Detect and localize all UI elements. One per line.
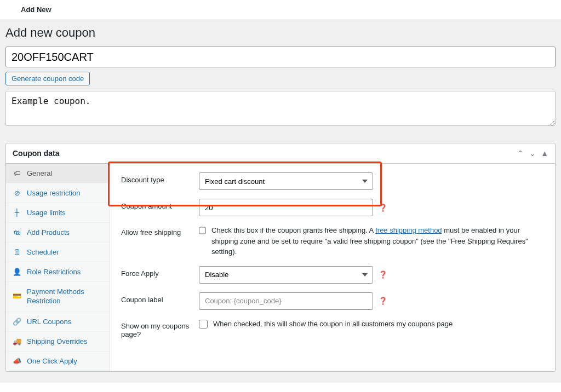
coupon-description-textarea[interactable] bbox=[5, 91, 556, 126]
help-icon[interactable]: ❓ bbox=[379, 203, 387, 212]
sidebar-item-label: Usage limits bbox=[27, 209, 66, 217]
free-shipping-method-link[interactable]: free shipping method bbox=[375, 226, 442, 234]
help-icon[interactable]: ❓ bbox=[379, 270, 387, 279]
calendar-icon: 🗓 bbox=[13, 248, 21, 256]
force-apply-label: Force Apply bbox=[121, 266, 199, 278]
sidebar-item-label: Shipping Overrides bbox=[27, 337, 88, 345]
free-shipping-desc: Check this box if the coupon grants free… bbox=[211, 225, 539, 257]
panel-toggle-icon[interactable]: ▲ bbox=[541, 149, 548, 158]
coupon-amount-label: Coupon amount bbox=[121, 199, 199, 210]
plus-icon: ┼ bbox=[13, 209, 21, 217]
coupon-amount-input[interactable] bbox=[199, 199, 373, 216]
tag-icon: 🏷 bbox=[13, 169, 21, 177]
coupon-data-panel: Coupon data ⌃ ⌄ ▲ 🏷 General ⊘ Usage rest… bbox=[5, 143, 556, 372]
sidebar-item-label: General bbox=[27, 169, 52, 177]
coupon-code-input[interactable] bbox=[5, 47, 556, 67]
force-apply-select[interactable] bbox=[199, 266, 373, 284]
generate-coupon-code-button[interactable]: Generate coupon code bbox=[5, 72, 90, 85]
show-my-coupons-checkbox[interactable] bbox=[199, 320, 208, 328]
truck-icon: 🚚 bbox=[13, 337, 21, 345]
sidebar-item-payment-methods[interactable]: 💳 Payment Methods Restriction bbox=[6, 282, 110, 312]
free-shipping-checkbox[interactable] bbox=[199, 226, 206, 235]
sidebar-item-usage-restriction[interactable]: ⊘ Usage restriction bbox=[6, 183, 110, 203]
panel-content: Discount type Coupon amount ❓ Al bbox=[110, 164, 555, 371]
sidebar-item-label: Usage restriction bbox=[27, 189, 81, 197]
megaphone-icon: 📣 bbox=[13, 357, 21, 365]
sidebar-item-label: URL Coupons bbox=[27, 318, 71, 326]
user-icon: 👤 bbox=[13, 268, 21, 276]
discount-type-label: Discount type bbox=[121, 172, 199, 184]
sidebar-item-label: One Click Apply bbox=[27, 357, 77, 365]
panel-move-up-icon[interactable]: ⌃ bbox=[517, 149, 524, 158]
bag-icon: 🛍 bbox=[13, 228, 21, 237]
sidebar-item-general[interactable]: 🏷 General bbox=[6, 164, 110, 183]
sidebar-item-label: Scheduler bbox=[27, 248, 59, 256]
sidebar-item-url-coupons[interactable]: 🔗 URL Coupons bbox=[6, 312, 110, 332]
breadcrumb-add-new: Add New bbox=[21, 5, 51, 14]
show-my-coupons-desc: When checked, this will show the coupon … bbox=[213, 319, 453, 330]
discount-type-select[interactable] bbox=[199, 172, 373, 190]
sidebar-item-label: Add Products bbox=[27, 228, 70, 237]
page-title: Add new coupon bbox=[5, 26, 556, 40]
help-icon[interactable]: ❓ bbox=[379, 297, 387, 305]
coupon-label-input[interactable] bbox=[199, 292, 373, 310]
panel-title: Coupon data bbox=[13, 149, 60, 158]
sidebar-item-role-restrictions[interactable]: 👤 Role Restrictions bbox=[6, 262, 110, 282]
sidebar-item-add-products[interactable]: 🛍 Add Products bbox=[6, 223, 110, 243]
sidebar-item-shipping-overrides[interactable]: 🚚 Shipping Overrides bbox=[6, 332, 110, 351]
sidebar-item-scheduler[interactable]: 🗓 Scheduler bbox=[6, 243, 110, 262]
sidebar-item-usage-limits[interactable]: ┼ Usage limits bbox=[6, 203, 110, 223]
block-icon: ⊘ bbox=[13, 189, 21, 197]
link-icon: 🔗 bbox=[13, 318, 21, 326]
sidebar-item-label: Payment Methods Restriction bbox=[27, 287, 103, 306]
sidebar-item-label: Role Restrictions bbox=[27, 268, 81, 276]
card-icon: 💳 bbox=[13, 292, 21, 301]
coupon-label-label: Coupon label bbox=[121, 292, 199, 304]
sidebar-item-one-click-apply[interactable]: 📣 One Click Apply bbox=[6, 351, 110, 371]
free-shipping-label: Allow free shipping bbox=[121, 225, 199, 237]
show-my-coupons-label: Show on my coupons page? bbox=[121, 319, 199, 338]
side-tabs: 🏷 General ⊘ Usage restriction ┼ Usage li… bbox=[6, 164, 110, 371]
breadcrumb: Add New bbox=[0, 0, 561, 19]
panel-move-down-icon[interactable]: ⌄ bbox=[529, 149, 536, 158]
